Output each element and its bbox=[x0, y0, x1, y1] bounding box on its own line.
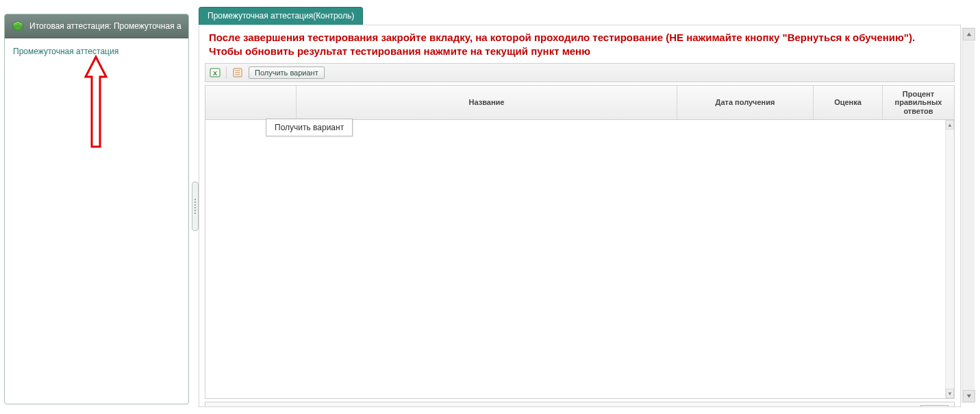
page-scrollbar[interactable] bbox=[962, 27, 975, 403]
pager-first-icon[interactable]: « bbox=[841, 405, 853, 407]
results-grid: Название Дата получения Оценка Процент п… bbox=[205, 85, 955, 400]
tab-intermediate-attestation-control[interactable]: Промежуточная аттестация(Контроль) bbox=[199, 7, 363, 25]
warning-banner: После завершения тестирования закройте в… bbox=[199, 25, 960, 63]
pager-prev-icon[interactable]: ‹ bbox=[857, 405, 870, 407]
app-logo-icon bbox=[10, 19, 25, 34]
content-frame: После завершения тестирования закройте в… bbox=[199, 25, 961, 407]
grid-col-index bbox=[205, 86, 297, 120]
grid-col-date: Дата получения bbox=[677, 86, 814, 120]
toolbar-separator bbox=[226, 66, 227, 79]
grid-col-grade: Оценка bbox=[814, 86, 883, 120]
grid-col-percent: Процент правильных ответов bbox=[883, 86, 954, 120]
sidebar-header: Итоговая аттестация: Промежуточная а bbox=[5, 14, 188, 38]
grid-body: Получить вариант ▲ ▼ bbox=[205, 120, 954, 398]
sidebar-title: Итоговая аттестация: Промежуточная а bbox=[29, 21, 181, 31]
print-icon[interactable] bbox=[232, 67, 243, 78]
grid-toolbar: X Получить вариант bbox=[205, 63, 955, 82]
split-handle[interactable] bbox=[192, 182, 199, 231]
page-size-select[interactable]: 102050100 bbox=[920, 405, 948, 407]
sidebar-tree: Промежуточная аттестация bbox=[5, 38, 188, 64]
grid-col-name: Название bbox=[297, 86, 677, 120]
main-area: Промежуточная аттестация(Контроль) После… bbox=[199, 7, 975, 407]
grid-header-row: Название Дата получения Оценка Процент п… bbox=[205, 86, 954, 121]
grid-scroll-up-icon[interactable]: ▲ bbox=[946, 120, 954, 130]
grid-scrollbar[interactable]: ▲ ▼ bbox=[945, 120, 954, 398]
pager-next-icon[interactable]: › bbox=[888, 405, 900, 407]
tab-strip: Промежуточная аттестация(Контроль) bbox=[199, 7, 975, 25]
grid-scroll-down-icon[interactable]: ▼ bbox=[946, 389, 954, 398]
scroll-down-icon[interactable] bbox=[963, 390, 975, 402]
grid-footer: 0 - 0 of 0 results « ‹ 1 › » 102050100 bbox=[205, 402, 955, 407]
svg-text:X: X bbox=[213, 70, 217, 77]
pager-last-icon[interactable]: » bbox=[904, 405, 916, 407]
excel-export-icon[interactable]: X bbox=[210, 67, 221, 78]
get-variant-tooltip: Получить вариант bbox=[266, 119, 353, 136]
get-variant-button[interactable]: Получить вариант bbox=[249, 66, 325, 79]
pager: « ‹ 1 › » 102050100 bbox=[841, 405, 948, 407]
scroll-up-icon[interactable] bbox=[963, 28, 975, 40]
sidebar-item-intermediate-attestation[interactable]: Промежуточная аттестация bbox=[13, 45, 180, 58]
sidebar-panel: Итоговая аттестация: Промежуточная а Про… bbox=[4, 14, 189, 404]
